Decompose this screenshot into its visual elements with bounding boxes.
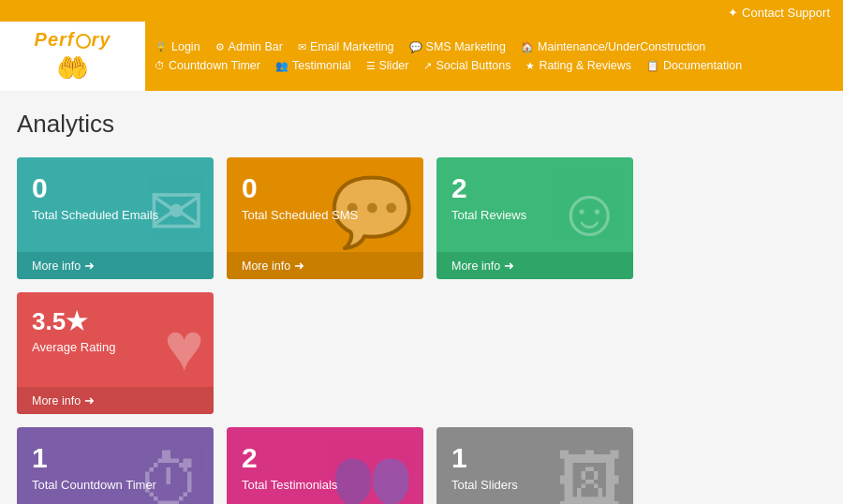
nav-maintenance[interactable]: 🏠Maintenance/UnderConstruction bbox=[521, 40, 705, 53]
card-label-countdown: Total Countdown Timer bbox=[32, 478, 199, 504]
logo-wrapper: Perfry 🤲 bbox=[35, 29, 111, 83]
card-total-reviews[interactable]: 2 Total Reviews ☺ More info ➜ bbox=[436, 157, 633, 279]
nav-testimonial[interactable]: 👥Testimonial bbox=[275, 59, 351, 72]
nav-rating-reviews[interactable]: ★Rating & Reviews bbox=[525, 59, 631, 72]
card-number-rating: 3.5★ bbox=[32, 307, 199, 336]
card-average-rating[interactable]: 3.5★ Average Rating ♥ More info ➜ bbox=[17, 292, 214, 414]
card-label-emails: Total Scheduled Emails bbox=[32, 208, 199, 252]
card-total-testimonials[interactable]: 2 Total Testimonials 👥 More info ➜ bbox=[227, 427, 423, 504]
card-footer-rating[interactable]: More info ➜ bbox=[17, 387, 214, 414]
header: ✦ Contact Support Perfry 🤲 🔒Login ⚙Admin… bbox=[0, 0, 843, 91]
nav-area: 🔒Login ⚙Admin Bar ✉Email Marketing 💬SMS … bbox=[145, 34, 843, 79]
nav-login[interactable]: 🔒Login bbox=[155, 40, 200, 53]
header-top: ✦ Contact Support bbox=[0, 0, 843, 22]
card-total-sliders[interactable]: 1 Total Sliders 🖼 More info ➜ bbox=[436, 427, 633, 504]
footer-arrow-rating: ➜ bbox=[84, 393, 95, 408]
logo-brand-text: Perfry bbox=[35, 29, 111, 51]
nav-row-2: ⏱Countdown Timer 👥Testimonial ☰Slider ↗S… bbox=[155, 56, 834, 75]
nav-social-buttons[interactable]: ↗Social Buttons bbox=[423, 59, 510, 72]
nav-slider[interactable]: ☰Slider bbox=[366, 59, 409, 72]
star-icon: ★ bbox=[525, 60, 535, 72]
card-number-sliders: 1 bbox=[451, 442, 618, 474]
support-icon: ✦ bbox=[728, 6, 738, 20]
card-footer-sms[interactable]: More info ➜ bbox=[227, 252, 423, 279]
card-label-sliders: Total Sliders bbox=[451, 478, 618, 504]
email-icon: ✉ bbox=[298, 41, 306, 53]
slider-icon: ☰ bbox=[366, 60, 376, 72]
card-label-rating: Average Rating bbox=[32, 340, 199, 387]
nav-documentation[interactable]: 📋Documentation bbox=[646, 59, 742, 72]
card-number-testimonials: 2 bbox=[242, 442, 408, 474]
timer-icon: ⏱ bbox=[155, 60, 165, 71]
page-title: Analytics bbox=[17, 110, 826, 139]
sms-icon: 💬 bbox=[409, 41, 422, 53]
cards-row-1: 0 Total Scheduled Emails ✉ More info ➜ 0… bbox=[17, 157, 826, 414]
nav-admin-bar[interactable]: ⚙Admin Bar bbox=[215, 40, 283, 53]
card-scheduled-sms[interactable]: 0 Total Scheduled SMS 💬 More info ➜ bbox=[227, 157, 423, 279]
card-number-reviews: 2 bbox=[451, 172, 618, 204]
doc-icon: 📋 bbox=[646, 60, 659, 72]
gear-icon: ⚙ bbox=[215, 41, 225, 53]
nav-countdown-timer[interactable]: ⏱Countdown Timer bbox=[155, 59, 260, 72]
card-footer-reviews[interactable]: More info ➜ bbox=[436, 252, 633, 279]
card-footer-emails[interactable]: More info ➜ bbox=[17, 252, 214, 279]
logo-area: Perfry 🤲 bbox=[0, 22, 145, 91]
footer-arrow-reviews: ➜ bbox=[504, 259, 514, 273]
logo-hand-icon: 🤲 bbox=[56, 52, 89, 83]
card-number-emails: 0 bbox=[32, 172, 199, 204]
lock-icon: 🔒 bbox=[155, 41, 168, 53]
card-countdown-timer[interactable]: 1 Total Countdown Timer ⏱ More info ➜ bbox=[17, 427, 214, 504]
nav-row-1: 🔒Login ⚙Admin Bar ✉Email Marketing 💬SMS … bbox=[155, 37, 834, 56]
card-label-reviews: Total Reviews bbox=[451, 208, 618, 252]
footer-arrow-sms: ➜ bbox=[294, 259, 304, 273]
card-scheduled-emails[interactable]: 0 Total Scheduled Emails ✉ More info ➜ bbox=[17, 157, 214, 279]
card-label-sms: Total Scheduled SMS bbox=[242, 208, 408, 252]
nav-email-marketing[interactable]: ✉Email Marketing bbox=[298, 40, 394, 53]
testimonial-icon: 👥 bbox=[275, 60, 288, 72]
card-label-testimonials: Total Testimonials bbox=[242, 478, 408, 504]
home-icon: 🏠 bbox=[521, 41, 534, 53]
header-logo-nav: Perfry 🤲 🔒Login ⚙Admin Bar ✉Email Market… bbox=[0, 22, 843, 91]
page-content: Analytics 0 Total Scheduled Emails ✉ Mor… bbox=[0, 91, 843, 504]
footer-arrow-emails: ➜ bbox=[84, 259, 95, 273]
nav-sms-marketing[interactable]: 💬SMS Marketing bbox=[409, 40, 506, 53]
card-number-countdown: 1 bbox=[32, 442, 199, 474]
card-number-sms: 0 bbox=[242, 172, 408, 204]
cards-row-2: 1 Total Countdown Timer ⏱ More info ➜ 2 … bbox=[17, 427, 826, 504]
social-icon: ↗ bbox=[423, 60, 432, 72]
contact-support-link[interactable]: ✦ Contact Support bbox=[728, 6, 830, 20]
